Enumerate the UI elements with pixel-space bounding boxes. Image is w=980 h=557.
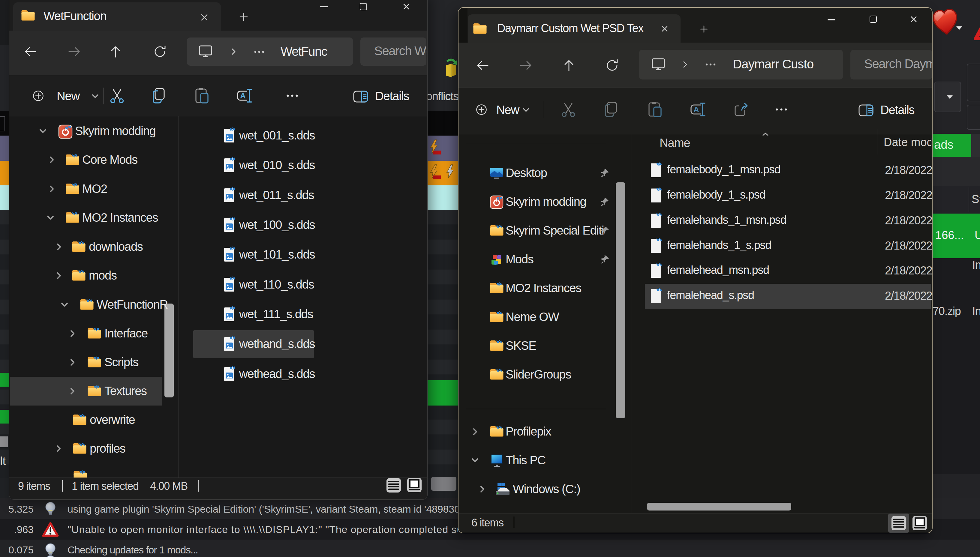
svg-text:A: A [693, 105, 699, 114]
svg-text:A: A [240, 91, 246, 100]
